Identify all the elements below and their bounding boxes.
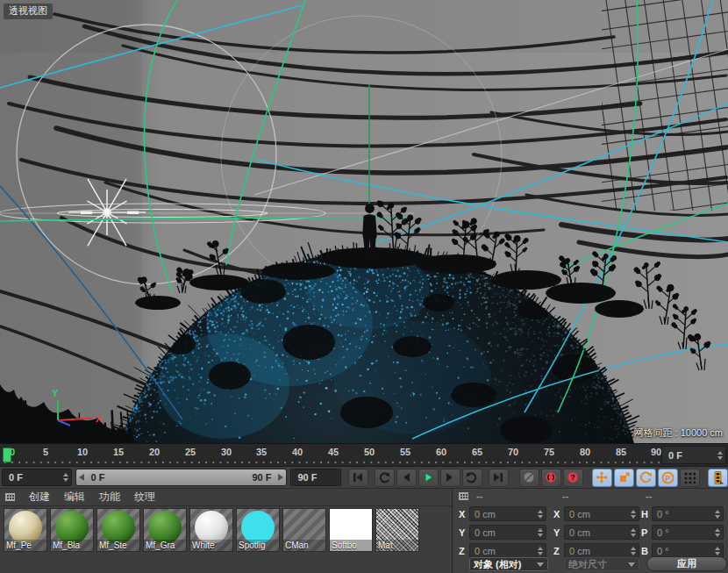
coord-field[interactable]: 0 cm bbox=[564, 506, 639, 521]
material-label: Softbo bbox=[330, 540, 372, 551]
range-right-arrow-icon[interactable] bbox=[278, 474, 283, 481]
coord-value: 0 cm bbox=[569, 546, 590, 556]
ruler-tick: 85 bbox=[616, 447, 626, 457]
material-list: Mf_Pe Mf_Bla Mf_Ste Mf_Gra White Spotlig… bbox=[4, 508, 419, 552]
spinner-arrows-icon[interactable] bbox=[538, 510, 543, 519]
play-button[interactable] bbox=[418, 469, 439, 487]
coords-header: -- bbox=[562, 491, 568, 501]
ruler-tick: 75 bbox=[544, 447, 554, 457]
viewport-title[interactable]: 透视视图 bbox=[4, 4, 53, 19]
key-parameter-button[interactable]: P bbox=[658, 469, 678, 487]
next-key-icon bbox=[466, 472, 478, 483]
material-label: Spotlig bbox=[237, 540, 279, 551]
panel-grid-icon[interactable] bbox=[459, 492, 468, 500]
material-swatch[interactable]: Mf_Bla bbox=[50, 508, 94, 552]
material-swatch[interactable]: Mf_Gra bbox=[143, 508, 187, 552]
key-scale-button[interactable] bbox=[614, 469, 634, 487]
timeline-tickband[interactable]: 0 5 10 15 20 25 30 35 40 45 50 55 60 65 … bbox=[0, 444, 660, 466]
timeline-ruler[interactable]: 0 5 10 15 20 25 30 35 40 45 50 55 60 65 … bbox=[0, 443, 728, 467]
menu-create[interactable]: 创建 bbox=[29, 490, 50, 505]
coord-value: 0 ° bbox=[657, 546, 669, 556]
axis-x-label: X bbox=[96, 413, 103, 424]
next-frame-button[interactable] bbox=[440, 469, 460, 487]
previous-frame-icon bbox=[401, 472, 411, 483]
coord-label: Z bbox=[553, 546, 564, 556]
ruler-tick: 45 bbox=[328, 447, 339, 457]
coord-field[interactable]: 0 ° bbox=[652, 525, 724, 540]
material-swatch[interactable]: Mf_Pe bbox=[4, 508, 47, 552]
coord-field[interactable]: 0 ° bbox=[652, 506, 724, 521]
spinner-arrows-icon[interactable] bbox=[63, 473, 68, 482]
coords-size-value: 绝对尺寸 bbox=[568, 558, 607, 571]
coord-label: X bbox=[553, 509, 564, 519]
next-frame-icon bbox=[445, 472, 455, 483]
previous-frame-button[interactable] bbox=[396, 469, 417, 487]
menu-function[interactable]: 功能 bbox=[99, 490, 120, 505]
key-position-button[interactable] bbox=[592, 469, 612, 487]
material-label: Mf_Pe bbox=[4, 540, 46, 551]
next-key-button[interactable] bbox=[462, 469, 482, 487]
ruler-tick: 30 bbox=[221, 447, 232, 457]
axis-y-label: Y bbox=[52, 388, 59, 398]
key-rotation-button[interactable] bbox=[636, 469, 656, 487]
coord-field[interactable]: 0 cm bbox=[469, 525, 546, 540]
coord-field[interactable]: 0 cm bbox=[564, 543, 639, 558]
ruler-tick: 80 bbox=[580, 447, 590, 457]
material-menu-bar: 创建 编辑 功能 纹理 bbox=[0, 489, 452, 506]
material-swatch[interactable]: Spotlig bbox=[236, 508, 280, 552]
goto-start-icon bbox=[352, 472, 364, 483]
material-swatch[interactable]: Mat bbox=[375, 508, 419, 552]
current-frame-field[interactable]: 0 F bbox=[2, 469, 72, 486]
panel-grid-icon[interactable] bbox=[5, 493, 15, 501]
coord-label: H bbox=[641, 509, 652, 519]
material-manager: 创建 编辑 功能 纹理 Mf_Pe Mf_Bla Mf_Ste Mf_Gra W… bbox=[0, 489, 453, 573]
viewport-canvas[interactable]: Y X bbox=[0, 0, 728, 443]
material-swatch[interactable]: CMan bbox=[282, 508, 326, 552]
spinner-arrows-icon[interactable] bbox=[631, 510, 636, 519]
coord-label: P bbox=[641, 527, 652, 538]
frame-spinner-field[interactable]: 0 F bbox=[661, 446, 726, 464]
keyframe-selection-button[interactable]: ? bbox=[563, 469, 583, 487]
spinner-arrows-icon[interactable] bbox=[715, 528, 720, 537]
end-frame-field[interactable]: 90 F bbox=[290, 469, 341, 486]
coords-mode-dropdown[interactable]: 对象 (相对) bbox=[469, 557, 548, 571]
previous-key-button[interactable] bbox=[375, 469, 395, 487]
apply-button[interactable]: 应用 bbox=[646, 556, 727, 571]
range-left-arrow-icon[interactable] bbox=[79, 474, 84, 481]
preview-range-slider[interactable]: 0 F 90 F bbox=[75, 469, 288, 486]
key-pla-button[interactable] bbox=[680, 469, 700, 487]
goto-start-button[interactable] bbox=[348, 469, 368, 487]
spinner-arrows-icon[interactable] bbox=[538, 528, 543, 537]
spinner-arrows-icon[interactable] bbox=[717, 451, 723, 460]
previous-key-icon bbox=[378, 472, 390, 483]
coord-value: 0 ° bbox=[657, 527, 669, 538]
coord-value: 0 cm bbox=[569, 527, 590, 538]
spinner-arrows-icon[interactable] bbox=[631, 547, 636, 555]
coord-value: 0 cm bbox=[475, 546, 496, 556]
perspective-viewport[interactable]: Y X 透视视图 网格间距 : 10000 cm bbox=[0, 0, 728, 443]
material-swatch[interactable]: Softbo bbox=[329, 508, 373, 552]
goto-end-button[interactable] bbox=[489, 469, 509, 487]
keyframe-selection-icon: ? bbox=[567, 471, 579, 483]
key-rotation-icon bbox=[639, 471, 652, 483]
spinner-arrows-icon[interactable] bbox=[715, 547, 720, 555]
material-swatch[interactable]: White bbox=[189, 508, 233, 552]
coord-field[interactable]: 0 cm bbox=[564, 525, 639, 540]
menu-edit[interactable]: 编辑 bbox=[64, 490, 85, 505]
coord-field[interactable]: 0 cm bbox=[469, 543, 546, 558]
make-preview-button[interactable] bbox=[708, 469, 728, 487]
spinner-arrows-icon[interactable] bbox=[715, 510, 720, 519]
autokey-button[interactable] bbox=[541, 469, 561, 487]
ruler-tick: 15 bbox=[113, 447, 124, 457]
key-parameter-icon: P bbox=[661, 471, 674, 484]
spinner-arrows-icon[interactable] bbox=[538, 547, 543, 555]
record-disabled-button[interactable] bbox=[519, 469, 539, 487]
coord-label: Z bbox=[459, 546, 469, 556]
coord-field[interactable]: 0 cm bbox=[469, 506, 546, 521]
coordinates-panel: -- -- -- X Y Z X Y Z H P B 0 cm 0 cm 0 c… bbox=[453, 489, 728, 573]
coords-size-dropdown[interactable]: 绝对尺寸 bbox=[564, 557, 639, 571]
menu-texture[interactable]: 纹理 bbox=[134, 490, 155, 505]
key-scale-icon bbox=[618, 472, 630, 483]
spinner-arrows-icon[interactable] bbox=[631, 528, 636, 537]
material-swatch[interactable]: Mf_Ste bbox=[96, 508, 140, 552]
